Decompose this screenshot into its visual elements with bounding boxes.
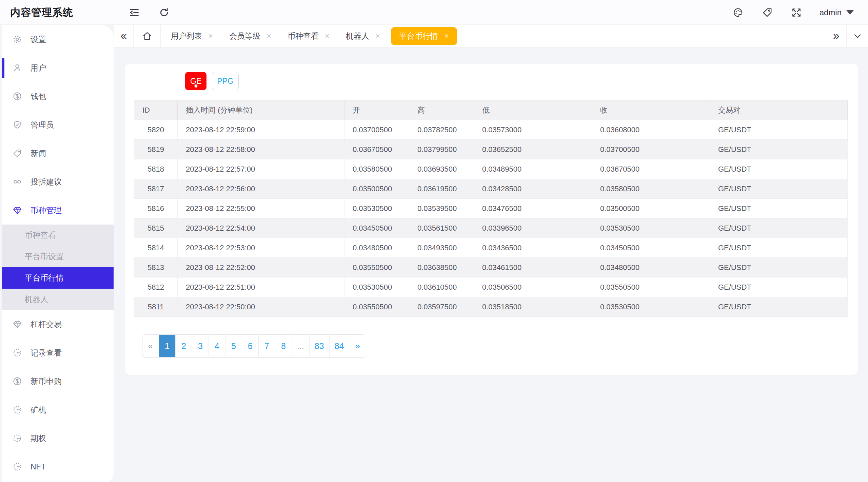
cell-high: 0.03638500 bbox=[409, 258, 474, 277]
tab-coin-view[interactable]: 币种查看× bbox=[279, 25, 338, 47]
cell-id: 5818 bbox=[134, 159, 178, 179]
cell-open: 0.03450500 bbox=[344, 218, 409, 238]
table-row: 58142023-08-12 22:53:000.034805000.03493… bbox=[134, 238, 848, 258]
tab-label: 币种查看 bbox=[288, 31, 319, 41]
cell-low: 0.03506500 bbox=[474, 277, 592, 297]
sidebar-item-feedback[interactable]: 投拆建议 bbox=[2, 168, 114, 196]
tab-member-level[interactable]: 会员等级× bbox=[221, 25, 279, 47]
tab-strip: « 用户列表×会员等级×币种查看×机器人×平台币行情× » bbox=[114, 25, 868, 47]
sidebar-subitem-platform-coin-market[interactable]: 平台币行情 bbox=[2, 267, 114, 289]
col-header-close: 收 bbox=[592, 101, 710, 120]
cell-open: 0.03670500 bbox=[344, 140, 409, 159]
submenu-item-label: 平台币行情 bbox=[25, 273, 64, 283]
sidebar-subitem-robot[interactable]: 机器人 bbox=[2, 289, 114, 310]
open-tabs: 用户列表×会员等级×币种查看×机器人×平台币行情× bbox=[161, 25, 460, 47]
sidebar-item-admins[interactable]: 管理员 bbox=[2, 111, 114, 139]
pagination-next[interactable]: » bbox=[349, 335, 366, 357]
coin-tab-ppg[interactable]: PPG bbox=[212, 72, 239, 90]
sidebar-item-news[interactable]: 新闻 bbox=[2, 139, 114, 168]
tab-robot[interactable]: 机器人× bbox=[338, 25, 388, 47]
table-row: 58152023-08-12 22:54:000.034505000.03561… bbox=[134, 218, 848, 238]
cell-id: 5819 bbox=[134, 140, 178, 159]
close-icon[interactable]: × bbox=[375, 32, 380, 40]
sidebar-item-label: 用户 bbox=[31, 63, 46, 73]
sidebar-subitem-coin-view[interactable]: 币种查看 bbox=[2, 225, 114, 246]
sidebar-item-label: 管理员 bbox=[31, 120, 54, 130]
table-header-row: ID插入时间 (分钟单位)开高低收交易对 bbox=[134, 101, 848, 120]
shield-check-icon bbox=[12, 120, 22, 130]
cell-id: 5820 bbox=[134, 120, 178, 140]
home-icon[interactable] bbox=[134, 25, 161, 47]
sidebar-item-miner[interactable]: 矿机 bbox=[2, 396, 114, 424]
sidebar-item-new-coin-subscribe[interactable]: 新币申购 bbox=[2, 367, 114, 396]
tabs-scroll-left-icon[interactable]: « bbox=[114, 25, 134, 47]
close-icon[interactable]: × bbox=[267, 32, 271, 40]
sidebar-item-users[interactable]: 用户 bbox=[2, 54, 114, 82]
close-icon[interactable]: × bbox=[325, 32, 330, 40]
user-icon bbox=[12, 63, 22, 73]
sidebar-item-label: 币种管理 bbox=[31, 205, 62, 216]
tag-icon[interactable] bbox=[761, 6, 773, 19]
active-indicator bbox=[2, 58, 4, 78]
refresh-icon[interactable] bbox=[158, 6, 170, 19]
cell-open: 0.03580500 bbox=[344, 159, 409, 179]
cell-time: 2023-08-12 22:50:00 bbox=[178, 297, 344, 317]
cell-close: 0.03608000 bbox=[592, 120, 710, 140]
pagination-page-5[interactable]: 5 bbox=[225, 335, 242, 357]
table-row: 58202023-08-12 22:59:000.037005000.03782… bbox=[134, 120, 848, 140]
pagination-page-6[interactable]: 6 bbox=[242, 335, 259, 357]
cell-pair: GE/USDT bbox=[710, 199, 848, 218]
cell-close: 0.03670500 bbox=[592, 159, 710, 179]
sidebar-item-records-view[interactable]: 记录查看 bbox=[2, 339, 114, 367]
pagination-prev[interactable]: « bbox=[142, 335, 159, 357]
cell-open: 0.03700500 bbox=[344, 120, 409, 140]
cell-id: 5814 bbox=[134, 238, 178, 258]
cell-time: 2023-08-12 22:53:00 bbox=[178, 238, 344, 258]
coin-tab-ge[interactable]: GE bbox=[185, 72, 206, 90]
pagination-page-1[interactable]: 1 bbox=[159, 335, 176, 357]
sidebar-item-label: 期权 bbox=[31, 433, 46, 444]
tab-platform-coin-market[interactable]: 平台币行情× bbox=[391, 27, 457, 45]
cell-pair: GE/USDT bbox=[710, 120, 848, 140]
tabs-scroll-right-icon[interactable]: » bbox=[826, 25, 846, 47]
pagination-page-8[interactable]: 8 bbox=[275, 335, 292, 357]
table-row: 58132023-08-12 22:52:000.035505000.03638… bbox=[134, 258, 848, 277]
palette-icon[interactable] bbox=[732, 6, 744, 19]
cell-pair: GE/USDT bbox=[710, 218, 848, 238]
cell-id: 5815 bbox=[134, 218, 178, 238]
cell-low: 0.03436500 bbox=[474, 238, 592, 258]
sidebar-item-leverage-trade[interactable]: 杠杆交易 bbox=[2, 310, 114, 339]
pagination-page-4[interactable]: 4 bbox=[209, 335, 225, 357]
gauge-icon bbox=[12, 462, 22, 472]
close-icon[interactable]: × bbox=[444, 32, 449, 40]
topbar-left-actions bbox=[128, 0, 170, 25]
gauge-icon bbox=[12, 433, 22, 443]
gem-icon bbox=[12, 319, 22, 329]
cell-id: 5812 bbox=[134, 277, 178, 297]
menu-fold-icon[interactable] bbox=[128, 6, 140, 19]
cell-id: 5816 bbox=[134, 199, 178, 218]
sidebar-item-settings[interactable]: 设置 bbox=[2, 25, 114, 54]
sidebar-item-coin-manage[interactable]: 币种管理 bbox=[2, 196, 114, 225]
pagination-page-2[interactable]: 2 bbox=[176, 335, 192, 357]
tab-label: 会员等级 bbox=[229, 31, 260, 41]
fullscreen-icon[interactable] bbox=[790, 6, 803, 19]
pagination-page-3[interactable]: 3 bbox=[192, 335, 209, 357]
dollar-circle-icon bbox=[12, 91, 22, 101]
sidebar-subitem-platform-coin-settings[interactable]: 平台币设置 bbox=[2, 246, 114, 267]
sidebar-item-label: 矿机 bbox=[31, 405, 46, 415]
tabs-menu-chevron-down-icon[interactable] bbox=[846, 25, 868, 47]
sidebar-item-options[interactable]: 期权 bbox=[2, 424, 114, 452]
user-menu[interactable]: admin bbox=[820, 8, 854, 17]
cell-open: 0.03550500 bbox=[344, 297, 409, 317]
pagination-page-7[interactable]: 7 bbox=[259, 335, 275, 357]
close-icon[interactable]: × bbox=[208, 32, 213, 40]
sidebar-item-nft[interactable]: NFT bbox=[2, 452, 114, 481]
tab-user-list[interactable]: 用户列表× bbox=[163, 25, 221, 47]
topbar: 内容管理系统 bbox=[0, 0, 868, 25]
pagination-page-83[interactable]: 83 bbox=[310, 335, 330, 357]
sidebar-item-wallet[interactable]: 钱包 bbox=[2, 82, 114, 111]
table-row: 58112023-08-12 22:50:000.035505000.03597… bbox=[134, 297, 848, 317]
pagination-page-84[interactable]: 84 bbox=[330, 335, 350, 357]
cell-pair: GE/USDT bbox=[710, 238, 848, 258]
